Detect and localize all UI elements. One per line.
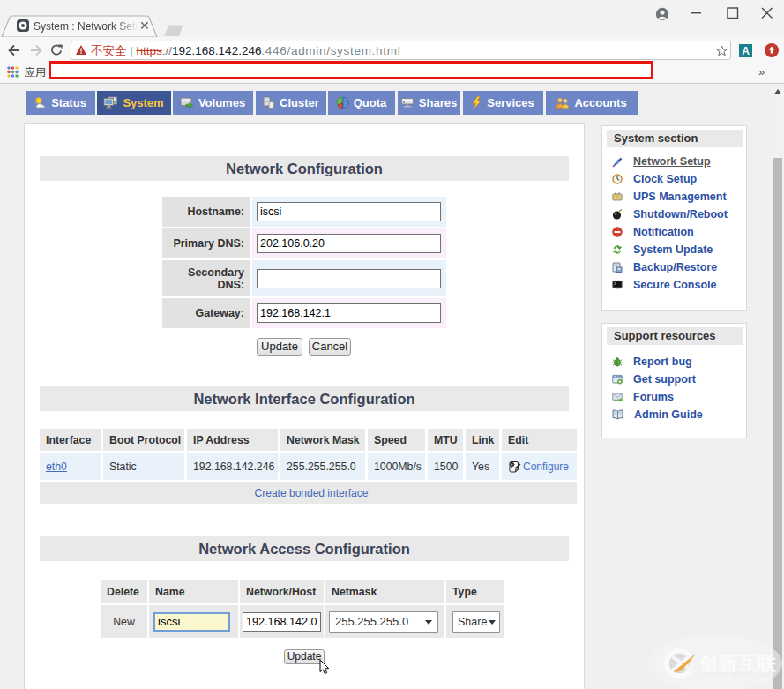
- svg-text:CHUANG XIN HU LIAN: CHUANG XIN HU LIAN: [699, 670, 773, 678]
- svg-text:A: A: [742, 45, 750, 57]
